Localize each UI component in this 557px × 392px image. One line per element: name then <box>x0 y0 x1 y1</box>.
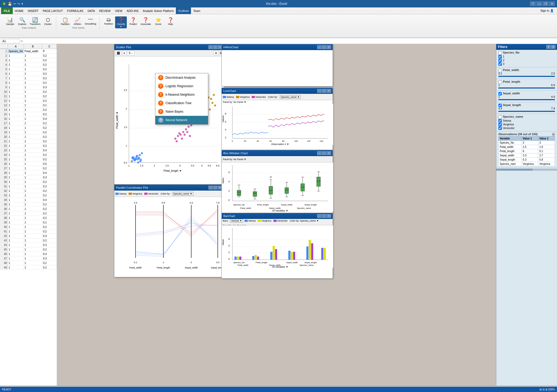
classify-dropdown-arrow[interactable]: ▼ <box>120 25 122 28</box>
cell-b[interactable]: 1 <box>24 162 42 166</box>
filter-petal-width-checkbox[interactable] <box>498 69 502 72</box>
scatter-tool-1[interactable]: ⬛ <box>115 51 121 55</box>
cell-c[interactable]: 0.2 <box>42 67 57 71</box>
ribbon-btn-smoothing[interactable]: 〰 Smoothing <box>84 16 97 26</box>
scrollbar-thumb[interactable] <box>496 169 533 171</box>
cell-c[interactable]: 0.4 <box>42 198 57 202</box>
cell-c[interactable]: 0.2 <box>42 135 57 139</box>
sign-in[interactable]: Sign in 👤 <box>538 8 556 13</box>
cell-b[interactable]: 1 <box>24 243 42 247</box>
cell-c[interactable]: 0.2 <box>42 265 57 270</box>
cell-c[interactable]: 0.2 <box>42 166 57 170</box>
cell-b[interactable]: 1 <box>24 175 42 179</box>
cell-a[interactable]: 1 <box>8 238 24 243</box>
cell-b[interactable]: 1 <box>24 144 42 148</box>
filter-petal-length-checkbox[interactable] <box>498 80 502 84</box>
cell-c[interactable]: 0.2 <box>42 189 57 193</box>
cell-a[interactable]: 1 <box>8 135 24 139</box>
cell-b[interactable]: 1 <box>24 157 42 161</box>
cell-b[interactable]: 1 <box>24 211 42 215</box>
cell-c[interactable]: 0.4 <box>42 252 57 256</box>
cell-b[interactable]: 1 <box>24 198 42 202</box>
cell-b[interactable]: 1 <box>24 112 42 116</box>
cell-a[interactable]: 1 <box>8 261 24 265</box>
scatter-restore-btn[interactable]: □ <box>213 45 217 49</box>
cell-a[interactable]: 1 <box>8 103 24 107</box>
menu-analytic-solver[interactable]: Analytic Solver Platform <box>141 7 176 14</box>
filter-sepal-width-checkbox[interactable] <box>498 92 502 95</box>
menu-addins[interactable]: ADD-INS <box>124 7 141 14</box>
cell-c[interactable]: 0.1 <box>42 103 57 107</box>
cell-c[interactable]: 0.1 <box>42 220 57 224</box>
cell-a[interactable]: 1 <box>8 216 24 220</box>
filter-species-1-cb[interactable] <box>498 55 502 58</box>
menu-review[interactable]: REVIEW <box>97 7 113 14</box>
menu-knn[interactable]: ? k-Nearest Neighbors <box>155 90 208 99</box>
cell-c[interactable]: 0.2 <box>42 207 57 211</box>
line-close-btn[interactable]: ✕ <box>327 89 331 93</box>
cell-c[interactable]: 0.2 <box>42 99 57 103</box>
cell-c[interactable]: 0.4 <box>42 148 57 152</box>
cell-c[interactable]: 0.2 <box>42 144 57 148</box>
box-minimize-btn[interactable]: — <box>317 151 321 155</box>
cell-c[interactable]: 0.3 <box>42 256 57 261</box>
cell-b[interactable]: 1 <box>24 229 42 234</box>
filter-petal-width-slider[interactable] <box>498 76 555 77</box>
cell-c[interactable]: 0.2 <box>42 193 57 197</box>
scatter-tool-3[interactable]: S↔ <box>127 51 134 55</box>
cell-b[interactable]: 1 <box>24 247 42 252</box>
cell-b[interactable]: 1 <box>24 148 42 152</box>
cell-a[interactable]: 1 <box>8 207 24 211</box>
cell-b[interactable]: 1 <box>24 220 42 224</box>
cell-b[interactable]: 1 <box>24 234 42 238</box>
cell-c[interactable]: 0.2 <box>42 157 57 161</box>
cell-c[interactable]: 0.4 <box>42 234 57 238</box>
formula-input[interactable] <box>24 39 556 43</box>
cell-a[interactable]: 1 <box>8 121 24 125</box>
filters-settings-btn[interactable]: ⚙ <box>551 45 555 49</box>
filter-species-name-checkbox[interactable] <box>498 115 502 119</box>
cell-c[interactable]: 0.2 <box>42 211 57 215</box>
cell-c[interactable]: 0.2 <box>42 225 57 229</box>
cell-a[interactable]: 1 <box>8 157 24 161</box>
restore-btn[interactable]: ❐ <box>543 1 549 6</box>
cell-b[interactable]: 1 <box>24 261 42 265</box>
filter-species-3-cb[interactable] <box>498 62 502 66</box>
cell-a[interactable]: 1 <box>8 229 24 234</box>
box-title-btns[interactable]: — □ ✕ <box>317 151 331 155</box>
cell-b[interactable]: 1 <box>24 81 42 85</box>
cell-b[interactable]: 1 <box>24 216 42 220</box>
filters-controls[interactable]: ✕ ⚙ <box>546 45 555 49</box>
bar-minimize-btn[interactable]: — <box>317 214 321 218</box>
cell-b[interactable]: 1 <box>24 90 42 94</box>
cell-a[interactable]: 1 <box>8 130 24 134</box>
cell-b[interactable]: 1 <box>24 180 42 184</box>
cell-c[interactable]: 0.2 <box>42 130 57 134</box>
cell-a[interactable]: 1 <box>8 153 24 157</box>
bar-title-btns[interactable]: — □ ✕ <box>317 214 331 218</box>
menu-data[interactable]: DATA <box>85 7 97 14</box>
cell-a[interactable]: 1 <box>8 108 24 112</box>
cell-a1[interactable]: Species_No <box>8 49 24 53</box>
cell-b[interactable]: 1 <box>24 265 42 270</box>
cell-b[interactable]: 1 <box>24 153 42 157</box>
cell-b[interactable]: 1 <box>24 256 42 261</box>
cell-a[interactable]: 1 <box>8 243 24 247</box>
ribbon-btn-transform[interactable]: 🔄 Transform <box>29 16 42 26</box>
menu-naive-bayes[interactable]: ? Naive Bayes <box>155 107 208 116</box>
ribbon-btn-cluster[interactable]: ⬡ Cluster <box>42 16 54 26</box>
cell-b[interactable]: 1 <box>24 207 42 211</box>
cell-a[interactable]: 1 <box>8 211 24 215</box>
cell-a[interactable]: 1 <box>8 126 24 130</box>
menu-view[interactable]: VIEW <box>113 7 124 14</box>
cell-c[interactable]: 0.2 <box>42 139 57 143</box>
ribbon-btn-score[interactable]: ⭐ Score <box>153 16 164 28</box>
cell-a[interactable]: 1 <box>8 162 24 166</box>
observations-expand-btn[interactable]: ⊞ <box>552 133 555 136</box>
cell-c[interactable]: 0.2 <box>42 108 57 112</box>
cell-c1[interactable]: P <box>42 49 57 53</box>
hires-close-btn[interactable]: ✕ <box>327 45 331 49</box>
scatter-minimize-btn[interactable]: — <box>208 45 213 49</box>
cell-a[interactable]: 1 <box>8 144 24 148</box>
cell-c[interactable]: 0.2 <box>42 58 57 62</box>
